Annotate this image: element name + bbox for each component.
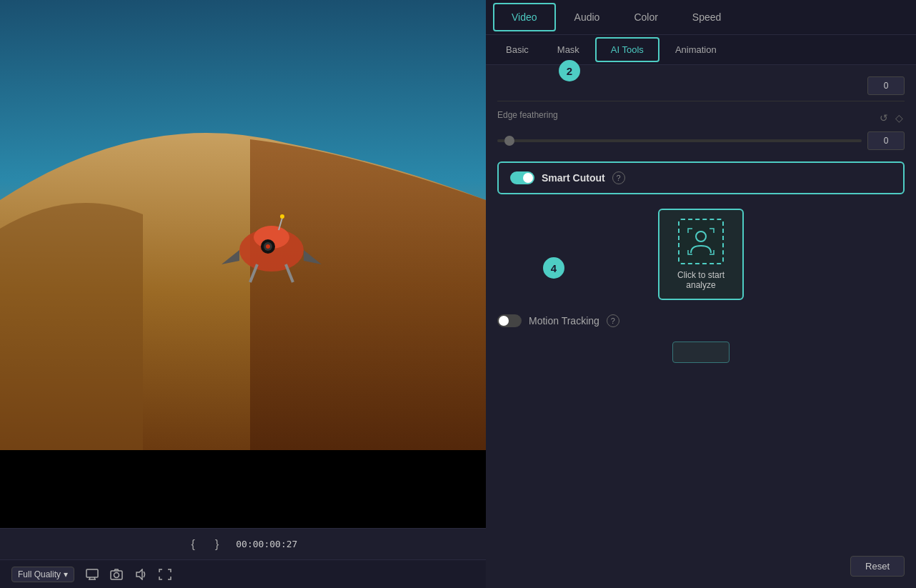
svg-point-9 (280, 214, 284, 219)
smart-cutout-toggle[interactable] (510, 171, 534, 184)
svg-point-7 (266, 244, 270, 249)
svg-point-19 (696, 231, 706, 241)
tab-basic[interactable]: Basic (492, 35, 543, 64)
motion-tracking-help-icon[interactable]: ? (607, 314, 619, 327)
quality-chevron: ▾ (64, 569, 68, 579)
step-badge-2: 2 (559, 60, 580, 81)
video-preview (0, 0, 486, 528)
step-badge-4: 4 (543, 257, 564, 279)
reset-area: Reset (850, 556, 905, 577)
edge-feathering-value[interactable]: 0 (867, 131, 905, 150)
quality-label: Full Quality (18, 569, 61, 579)
mark-in-button[interactable]: { (189, 535, 198, 554)
tab-speed[interactable]: Speed (675, 0, 738, 34)
screenshot-button[interactable] (110, 569, 123, 580)
analyze-icon (678, 219, 724, 264)
right-panel: Video Audio Color Speed Basic Mask AI To… (486, 0, 916, 588)
motion-tracking-toggle-knob (499, 316, 509, 326)
smart-cutout-title: Smart Cutout (542, 172, 605, 184)
edge-feathering-label: Edge feathering (497, 110, 558, 120)
video-panel: { } 00:00:00:27 Full Quality ▾ (0, 0, 486, 588)
edge-feathering-section: Edge feathering ↺ ◇ 0 (497, 110, 905, 150)
smart-cutout-help-icon[interactable]: ? (612, 171, 625, 184)
secondary-analyze-btn (672, 342, 730, 363)
mark-out-button[interactable]: } (212, 535, 221, 554)
edge-feathering-thumb[interactable] (504, 136, 514, 146)
tab-animation[interactable]: Animation (661, 35, 731, 64)
video-controls-bar: { } 00:00:00:27 (0, 528, 486, 559)
smart-cutout-toggle-knob (523, 173, 533, 183)
tab-audio[interactable]: Audio (557, 0, 617, 34)
edge-feathering-slider-row: 0 (497, 131, 905, 150)
video-scene (0, 0, 486, 450)
svg-rect-10 (86, 569, 98, 577)
motion-tracking-title: Motion Tracking (529, 315, 599, 327)
analyze-label: Click to start analyze (668, 270, 734, 290)
sub-tabs: Basic Mask AI Tools Animation (486, 35, 916, 65)
fit-button[interactable] (159, 569, 171, 580)
monitor-button[interactable] (86, 569, 99, 580)
analyze-button[interactable]: Click to start analyze (658, 209, 744, 300)
top-value-box[interactable]: 0 (867, 76, 905, 95)
edge-feathering-track[interactable] (497, 139, 862, 142)
tab-ai-tools[interactable]: AI Tools (595, 37, 659, 62)
motion-tracking-toggle[interactable] (497, 314, 522, 327)
audio-button[interactable] (134, 569, 147, 580)
smart-cutout-section: Smart Cutout ? (497, 161, 905, 194)
keyframe-feathering-button[interactable]: ◇ (894, 111, 905, 125)
tab-color[interactable]: Color (617, 0, 674, 34)
quality-selector[interactable]: Full Quality ▾ (11, 567, 74, 582)
tab-video[interactable]: Video (493, 3, 556, 31)
svg-point-15 (114, 572, 119, 577)
video-bottom-bar: Full Quality ▾ (0, 559, 486, 588)
reset-feathering-button[interactable]: ↺ (878, 111, 890, 125)
motion-tracking-section: Motion Tracking ? (497, 314, 905, 327)
analyze-area: Click to start analyze (497, 209, 905, 300)
top-tabs: Video Audio Color Speed (486, 0, 916, 35)
timecode-display: 00:00:00:27 (236, 539, 297, 549)
panel-content: 0 Edge feathering ↺ ◇ 0 (486, 65, 916, 588)
reset-button[interactable]: Reset (850, 556, 905, 577)
